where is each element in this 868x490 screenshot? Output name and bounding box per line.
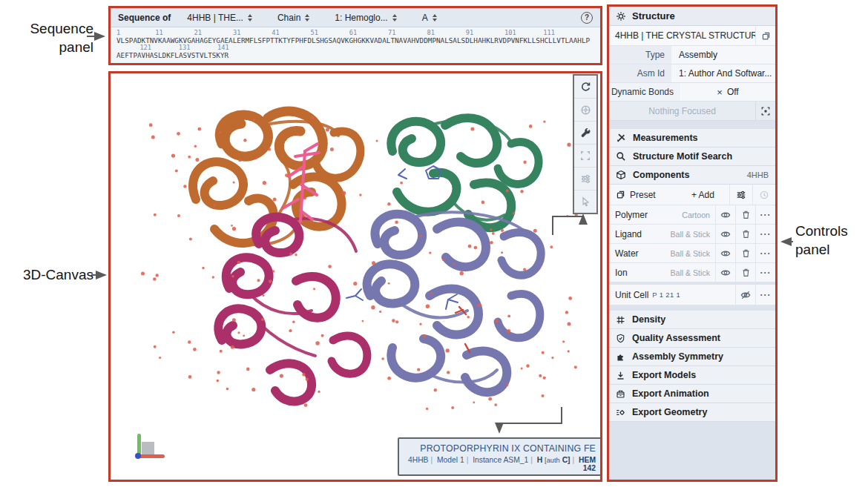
visibility-eye-icon[interactable] xyxy=(715,205,735,224)
asm-id-value[interactable]: 1: Author And Softwar... xyxy=(671,64,775,82)
sequence-of-label: Sequence of xyxy=(118,13,171,23)
motif-search-section[interactable]: Structure Motif Search xyxy=(609,148,775,166)
asm-id-row: Asm Id 1: Author And Softwar... xyxy=(609,64,775,83)
dynamic-bonds-label: Dynamic Bonds xyxy=(609,83,680,101)
density-section[interactable]: Density xyxy=(609,311,775,329)
asm-id-label: Asm Id xyxy=(609,64,671,82)
updown-icon xyxy=(248,14,252,21)
preset-icon xyxy=(616,190,625,199)
components-cube-icon xyxy=(616,170,626,180)
toolbar-selection-mode-button[interactable] xyxy=(574,191,596,213)
history-button[interactable] xyxy=(752,185,775,205)
more-options-button[interactable]: ··· xyxy=(755,285,775,305)
geometry-export-icon xyxy=(616,408,625,417)
copy-icon[interactable] xyxy=(755,26,775,45)
controls-panel: Structure 4HHB | THE CRYSTAL STRUCTUR...… xyxy=(607,4,777,482)
structure-name-row[interactable]: 4HHB | THE CRYSTAL STRUCTUR... xyxy=(609,26,775,46)
toolbar-settings-button[interactable] xyxy=(574,168,596,191)
identity-detail: 4HHB| Model 1| Instance ASM_1| H [auth C… xyxy=(404,456,596,472)
component-row-ion: Ion Ball & Stick ··· xyxy=(609,263,775,282)
representation-select[interactable]: Ball & Stick xyxy=(669,263,715,282)
toolbar-expand-button[interactable] xyxy=(574,145,596,168)
sequence-text: 1 11 21 31 41 51 61 71 81 91 101 111 VLS… xyxy=(111,27,600,59)
quality-assessment-section[interactable]: Quality Assessment xyxy=(609,329,775,348)
chain-select[interactable]: A xyxy=(422,13,437,23)
type-row: Type Assembly xyxy=(609,46,775,64)
more-options-button[interactable]: ··· xyxy=(755,263,775,282)
delete-trash-icon[interactable] xyxy=(735,205,755,224)
structure-name: 4HHB | THE CRYSTAL STRUCTUR... xyxy=(609,26,755,45)
dynamic-bonds-row: Dynamic Bonds × Off xyxy=(609,83,775,102)
sequence-panel: Sequence of 4HHB | THE... Chain 1: Hemog… xyxy=(108,6,602,65)
more-options-button[interactable]: ··· xyxy=(755,244,775,262)
3d-canvas: PROTOPORPHYRIN IX CONTAINING FE 4HHB| Mo… xyxy=(108,71,602,482)
focus-input[interactable]: Nothing Focused xyxy=(609,102,755,120)
shield-check-icon xyxy=(616,334,625,343)
reset-camera-icon xyxy=(580,82,591,93)
unit-cell-label: Unit Cell xyxy=(615,290,648,300)
assembly-symmetry-section[interactable]: Assembly Symmetry xyxy=(609,348,775,366)
measurements-section[interactable]: Measurements xyxy=(609,129,775,148)
type-value[interactable]: Assembly xyxy=(671,46,775,64)
structure-section-title: Structure xyxy=(632,10,675,21)
structure-section-header[interactable]: Structure xyxy=(609,7,775,26)
mode-select[interactable]: Chain xyxy=(277,13,309,23)
annotation-controls-panel: Controls panel xyxy=(795,222,867,259)
visibility-eye-icon[interactable] xyxy=(715,225,735,243)
visibility-eye-icon[interactable] xyxy=(715,263,735,282)
delete-trash-icon[interactable] xyxy=(735,244,755,262)
residue-row[interactable]: AEFTPAVHASLDKFLASVSTVLTSKYR xyxy=(116,52,594,59)
sliders-icon xyxy=(580,173,591,185)
dynamic-bonds-toggle[interactable]: × Off xyxy=(680,83,775,101)
x-icon: × xyxy=(717,87,723,98)
representation-select[interactable]: Ball & Stick xyxy=(669,225,715,243)
delete-trash-icon[interactable] xyxy=(735,263,755,282)
export-geometry-section[interactable]: Export Geometry xyxy=(609,403,775,422)
toggle-menu xyxy=(573,74,598,214)
identity-readout: PROTOPORPHYRIN IX CONTAINING FE 4HHB| Mo… xyxy=(398,437,600,476)
representation-select[interactable]: Ball & Stick xyxy=(669,244,715,262)
toolbar-reset-camera-button[interactable] xyxy=(574,76,596,99)
structure-select[interactable]: 4HHB | THE... xyxy=(187,13,252,23)
molecule-3d-view[interactable] xyxy=(111,73,600,480)
more-options-button[interactable]: ··· xyxy=(755,205,775,224)
gear-icon xyxy=(616,11,626,21)
representation-select[interactable]: Cartoon xyxy=(669,205,715,224)
cursor-icon xyxy=(580,196,591,207)
tune-icon xyxy=(736,190,746,200)
components-badge: 4HHB xyxy=(747,170,769,179)
animation-box-icon xyxy=(616,389,625,399)
chain-ribbon-purple xyxy=(367,213,542,393)
screenshot-icon xyxy=(580,105,591,116)
measurements-icon xyxy=(616,133,626,143)
axes-widget xyxy=(134,434,170,465)
axes-plane xyxy=(142,442,154,455)
identity-title: PROTOPORPHYRIN IX CONTAINING FE xyxy=(404,443,596,454)
components-section[interactable]: Components 4HHB xyxy=(609,166,775,185)
more-options-button[interactable]: ··· xyxy=(755,225,775,243)
sequence-header: Sequence of 4HHB | THE... Chain 1: Hemog… xyxy=(111,8,600,27)
annotation-sequence-panel: Sequence panel xyxy=(1,19,93,56)
search-icon xyxy=(616,151,626,162)
entity-select[interactable]: 1: Hemoglo... xyxy=(335,13,396,23)
component-options-button[interactable] xyxy=(729,185,752,205)
updown-icon xyxy=(392,14,397,21)
toolbar-controls-toggle-button[interactable] xyxy=(574,122,596,145)
export-models-section[interactable]: Export Models xyxy=(609,366,775,385)
preset-button[interactable]: Preset xyxy=(609,185,677,205)
components-actions-row: Preset + Add xyxy=(609,185,775,205)
wrench-icon xyxy=(580,128,591,139)
clock-icon xyxy=(759,190,769,200)
axes-origin-dot xyxy=(135,453,141,459)
updown-icon xyxy=(305,14,309,21)
type-label: Type xyxy=(609,46,671,64)
add-component-button[interactable]: + Add xyxy=(677,185,729,205)
delete-trash-icon[interactable] xyxy=(735,225,755,243)
visibility-eye-off-icon[interactable] xyxy=(735,285,755,305)
export-animation-section[interactable]: Export Animation xyxy=(609,385,775,403)
download-icon xyxy=(616,371,625,380)
toolbar-screenshot-button[interactable] xyxy=(574,99,596,122)
focus-target-icon[interactable] xyxy=(755,102,775,120)
help-icon[interactable]: ? xyxy=(581,12,593,24)
visibility-eye-icon[interactable] xyxy=(715,244,735,262)
